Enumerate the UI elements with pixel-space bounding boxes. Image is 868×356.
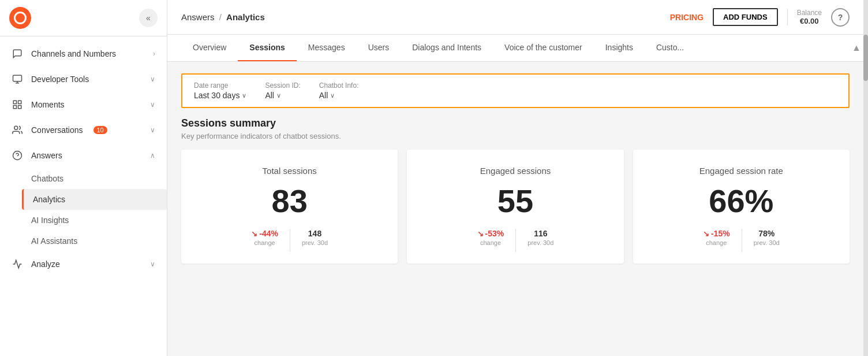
date-range-caret: ∨ [242, 92, 246, 99]
tab-voice[interactable]: Voice of the customer [493, 35, 594, 61]
metric-prev-value-total: 148 [308, 229, 321, 238]
metric-prev-value-engaged: 116 [534, 229, 547, 238]
tab-dialogs[interactable]: Dialogs and Intents [401, 35, 493, 61]
sidebar-nav: Channels and Numbers › Developer Tools ∨… [0, 36, 167, 356]
subnav-chatbots[interactable]: Chatbots [31, 168, 167, 189]
metric-card-engaged-sessions: Engaged sessions 55 ↘ -53% change 116 [407, 150, 623, 264]
sidebar: « Channels and Numbers › Developer Tools… [0, 0, 167, 356]
chevron-down-icon-3: ∨ [150, 101, 155, 109]
metric-change-engaged-rate: ↘ -15% change [703, 229, 730, 246]
chatbot-info-value[interactable]: All ∨ [319, 91, 359, 100]
session-id-value[interactable]: All ∨ [265, 91, 300, 100]
chatbot-info-caret: ∨ [330, 92, 335, 99]
subnav-analytics[interactable]: Analytics [22, 189, 167, 210]
sessions-summary-subtitle: Key performance indicators of chatbot se… [181, 132, 850, 140]
sidebar-item-analyze[interactable]: Analyze ∨ [0, 251, 167, 277]
metric-title-total-sessions: Total sessions [263, 166, 317, 176]
chatbot-info-label: Chatbot Info: [319, 81, 359, 90]
logo [9, 7, 31, 29]
arrow-down-icon-3: ↘ [703, 229, 709, 238]
chat-icon [12, 48, 23, 60]
sidebar-item-answers[interactable]: Answers ∧ [0, 143, 167, 168]
collapse-button[interactable]: « [139, 9, 158, 27]
topbar-actions: PRICING ADD FUNDS Balance €0.00 ? [670, 8, 850, 27]
breadcrumb-current: Analytics [226, 12, 265, 22]
chevron-down-icon-6: ∨ [150, 260, 155, 268]
add-funds-button[interactable]: ADD FUNDS [713, 8, 778, 26]
conversations-icon [12, 124, 23, 136]
metric-prev-engaged-sessions: 116 prev. 30d [527, 229, 553, 246]
chevron-down-icon-4: ∨ [150, 126, 155, 134]
metric-value-engaged-rate: 66% [709, 185, 773, 217]
metric-prev-label-engaged: prev. 30d [527, 239, 553, 246]
svg-rect-6 [18, 106, 21, 109]
metric-change-engaged-sessions: ↘ -53% change [477, 229, 504, 246]
logo-inner [14, 12, 27, 24]
pricing-link[interactable]: PRICING [670, 13, 704, 22]
sidebar-item-conversations[interactable]: Conversations 10 ∨ [0, 117, 167, 143]
date-range-value[interactable]: Last 30 days ∨ [194, 91, 246, 100]
arrow-down-icon-1: ↘ [251, 229, 257, 238]
tab-messages[interactable]: Messages [297, 35, 357, 61]
session-id-caret: ∨ [276, 92, 281, 99]
metric-change-label-total: change [255, 239, 275, 246]
metric-footer-total-sessions: ↘ -44% change 148 prev. 30d [251, 229, 328, 252]
sidebar-item-moments-label: Moments [31, 100, 65, 109]
conversations-badge: 10 [93, 126, 107, 134]
breadcrumb: Answers / Analytics [181, 12, 265, 22]
scrollbar-track[interactable] [863, 0, 868, 356]
tab-sessions[interactable]: Sessions [238, 35, 296, 61]
tabs-scroll-button[interactable]: ▲ [850, 35, 863, 61]
metric-change-total-sessions: ↘ -44% change [251, 229, 278, 246]
chevron-down-icon: › [153, 50, 155, 58]
content-area: Date range Last 30 days ∨ Session ID: Al… [167, 62, 863, 356]
metric-value-engaged-sessions: 55 [497, 185, 533, 217]
sidebar-item-channels-label: Channels and Numbers [31, 49, 116, 58]
chevron-up-icon: ∧ [150, 151, 155, 160]
help-button[interactable]: ? [831, 8, 850, 27]
metric-change-label-engaged: change [480, 239, 501, 246]
sidebar-item-developer[interactable]: Developer Tools ∨ [0, 66, 167, 92]
breadcrumb-separator: / [219, 12, 222, 22]
scrollbar-thumb[interactable] [863, 35, 868, 81]
moments-icon [12, 99, 23, 110]
tab-overview[interactable]: Overview [181, 35, 238, 61]
sidebar-item-answers-label: Answers [31, 151, 62, 160]
subnav-ai-assistants[interactable]: AI Assistants [31, 231, 167, 251]
metrics-grid: Total sessions 83 ↘ -44% change 148 [181, 150, 850, 264]
sidebar-item-moments[interactable]: Moments ∨ [0, 92, 167, 117]
balance-section: Balance €0.00 [787, 9, 822, 25]
analyze-icon [12, 258, 23, 270]
metric-prev-label-rate: prev. 30d [754, 239, 780, 246]
sidebar-item-conversations-label: Conversations [31, 125, 83, 135]
tab-users[interactable]: Users [357, 35, 401, 61]
sidebar-item-channels[interactable]: Channels and Numbers › [0, 41, 167, 66]
tab-insights[interactable]: Insights [594, 35, 645, 61]
metric-title-engaged-rate: Engaged session rate [699, 166, 783, 176]
answers-subnav: Chatbots Analytics AI Insights AI Assist… [0, 168, 167, 251]
date-range-label: Date range [194, 81, 246, 90]
svg-rect-4 [18, 101, 21, 103]
dev-icon [12, 73, 23, 85]
date-range-filter: Date range Last 30 days ∨ [194, 81, 246, 100]
metric-divider-2 [515, 229, 516, 252]
tabs-bar: Overview Sessions Messages Users Dialogs… [167, 35, 863, 62]
metric-footer-engaged-sessions: ↘ -53% change 116 prev. 30d [477, 229, 554, 252]
metric-prev-label-total: prev. 30d [302, 239, 328, 246]
balance-amount: €0.00 [797, 17, 822, 25]
sidebar-header: « [0, 0, 167, 36]
metric-card-engaged-rate: Engaged session rate 66% ↘ -15% change [633, 150, 850, 264]
metric-divider-1 [290, 229, 290, 252]
main-content: Answers / Analytics PRICING ADD FUNDS Ba… [167, 0, 863, 356]
arrow-down-icon-2: ↘ [477, 229, 484, 238]
tab-custom[interactable]: Custo... [645, 35, 695, 61]
topbar: Answers / Analytics PRICING ADD FUNDS Ba… [167, 0, 863, 35]
metric-change-label-rate: change [706, 239, 727, 246]
subnav-ai-insights[interactable]: AI Insights [31, 210, 167, 231]
svg-rect-0 [13, 75, 22, 81]
metric-prev-engaged-rate: 78% prev. 30d [754, 229, 780, 246]
breadcrumb-parent[interactable]: Answers [181, 12, 215, 22]
metric-prev-total-sessions: 148 prev. 30d [302, 229, 328, 246]
svg-rect-3 [13, 101, 16, 103]
metric-footer-engaged-rate: ↘ -15% change 78% prev. 30d [703, 229, 780, 252]
